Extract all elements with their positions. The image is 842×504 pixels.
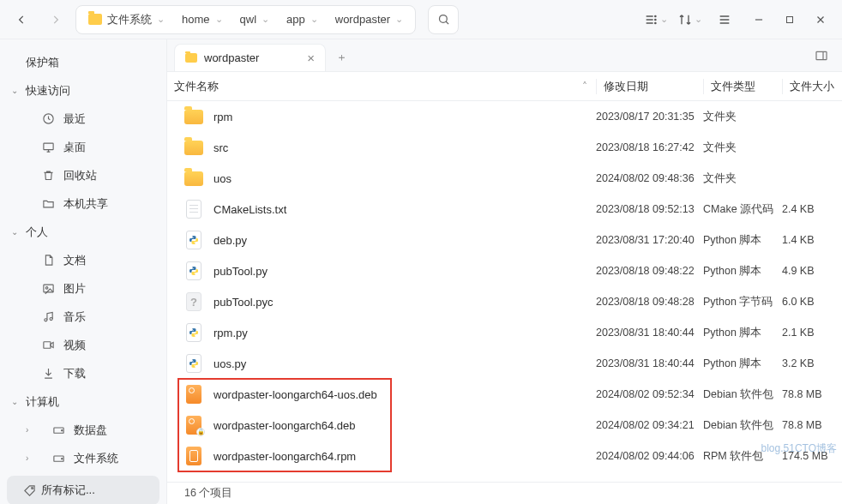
column-header-type[interactable]: 文件类型: [703, 79, 782, 94]
new-tab-button[interactable]: ＋: [329, 45, 353, 69]
sidebar-item-trash[interactable]: 回收站: [0, 161, 166, 189]
table-row[interactable]: rpm2023/08/17 20:31:35文件夹: [167, 101, 842, 132]
svg-point-23: [195, 335, 195, 336]
file-type: Python 字节码: [703, 295, 782, 309]
music-icon: [41, 310, 55, 323]
sidebar-item-desktop[interactable]: 桌面: [0, 133, 166, 161]
desktop-icon: [41, 141, 55, 153]
table-row[interactable]: deb.py2023/08/31 17:20:40Python 脚本1.4 KB: [167, 225, 842, 255]
sidebar-item-personal[interactable]: ⌄ 个人: [0, 218, 166, 246]
sidebar-item-alltags[interactable]: 所有标记...: [7, 476, 159, 504]
sidebar-item-share[interactable]: 本机共享: [0, 189, 166, 218]
window-maximize-button[interactable]: [775, 5, 804, 34]
svg-point-13: [61, 430, 62, 431]
sidebar-item-label: 视频: [63, 338, 86, 353]
breadcrumb-item[interactable]: qwl ⌄: [232, 7, 279, 33]
folder-icon: [184, 141, 203, 155]
table-row[interactable]: uos2024/08/02 09:48:36文件夹: [167, 163, 842, 194]
python-icon: [186, 354, 201, 373]
file-size: 78.8 MB: [782, 388, 842, 400]
file-name: uos.py: [214, 357, 246, 370]
disk-icon: [51, 423, 65, 436]
main: wordpaster × ＋ 文件名称 ˄ 修改日期 文件类型 文件大小: [167, 39, 842, 504]
svg-point-22: [192, 329, 193, 330]
chevron-down-icon: ⌄: [215, 14, 223, 25]
sidebar-item-videos[interactable]: 视频: [0, 331, 166, 359]
menu-button[interactable]: [710, 5, 739, 34]
sidebar-item-pictures[interactable]: 图片: [0, 274, 166, 303]
table-row[interactable]: pubTool.py2023/08/18 09:48:22Python 脚本4.…: [167, 255, 842, 286]
column-headers: 文件名称 ˄ 修改日期 文件类型 文件大小: [167, 72, 842, 101]
column-header-size[interactable]: 文件大小: [782, 79, 842, 94]
table-row[interactable]: wordpaster-loongarch64.rpm2024/08/02 09:…: [167, 441, 842, 471]
table-row[interactable]: rpm.py2023/08/31 18:40:44Python 脚本2.1 KB: [167, 317, 842, 348]
svg-point-16: [31, 487, 33, 489]
sidebar-item-label: 文档: [63, 253, 86, 268]
view-mode-button[interactable]: ⌄: [641, 5, 671, 34]
close-icon[interactable]: ×: [307, 51, 315, 64]
python-icon: [186, 231, 201, 249]
tab-wordpaster[interactable]: wordpaster ×: [174, 44, 326, 71]
sidebar-item-label: 音乐: [63, 309, 86, 325]
file-type: Python 脚本: [703, 233, 782, 248]
folder-icon: [184, 171, 203, 186]
window-close-button[interactable]: [806, 5, 835, 34]
svg-point-19: [195, 243, 195, 243]
breadcrumb-label: wordpaster: [335, 13, 390, 26]
table-row[interactable]: ?pubTool.pyc2023/08/18 09:48:28Python 字节…: [167, 286, 842, 317]
clock-icon: [41, 112, 55, 125]
table-row[interactable]: src2023/08/18 16:27:42文件夹: [167, 132, 842, 163]
python-icon: [186, 261, 201, 280]
svg-point-24: [192, 360, 193, 361]
image-icon: [41, 282, 55, 295]
chevron-down-icon: ⌄: [262, 14, 269, 25]
window-minimize-button[interactable]: [744, 5, 773, 34]
sidebar-item-documents[interactable]: 文档: [0, 246, 166, 274]
breadcrumb-item[interactable]: wordpaster ⌄: [327, 7, 412, 33]
file-name: deb.py: [214, 234, 247, 247]
sidebar-item-label: 图片: [63, 281, 86, 297]
table-row[interactable]: wordpaster-loongarch64-uos.deb2024/08/02…: [167, 379, 842, 410]
sidebar-item-filesystem[interactable]: › 文件系统: [0, 444, 166, 472]
file-name: wordpaster-loongarch64.deb: [214, 419, 356, 432]
breadcrumb-item[interactable]: app ⌄: [278, 7, 327, 33]
chevron-down-icon: ⌄: [11, 227, 18, 237]
sort-button[interactable]: ⌄: [676, 5, 705, 34]
sidebar-item-safebox[interactable]: 保护箱: [0, 48, 166, 76]
table-row[interactable]: 🔒wordpaster-loongarch64.deb2024/08/02 09…: [167, 410, 842, 441]
sidebar: 保护箱 ⌄ 快速访问 最近 桌面 回收站 本机共享: [0, 39, 167, 504]
breadcrumb-item[interactable]: home ⌄: [173, 7, 232, 33]
file-date: 2023/08/31 17:20:40: [596, 234, 703, 246]
sidebar-item-label: 个人: [26, 225, 48, 240]
sidebar-item-quickaccess[interactable]: ⌄ 快速访问: [0, 76, 166, 105]
side-panel-button[interactable]: [808, 42, 835, 69]
nav-forward-button[interactable]: [41, 5, 70, 34]
status-bar: 16 个项目: [167, 482, 842, 504]
sidebar-item-computer[interactable]: ⌄ 计算机: [0, 387, 166, 416]
file-date: 2024/08/02 09:34:21: [596, 419, 703, 431]
chevron-right-icon: ›: [26, 425, 28, 435]
file-type: CMake 源代码: [703, 202, 782, 217]
svg-point-1: [655, 15, 656, 16]
file-date: 2023/08/18 16:27:42: [596, 141, 703, 153]
file-list: rpm2023/08/17 20:31:35文件夹src2023/08/18 1…: [167, 101, 842, 482]
sidebar-item-datadisk[interactable]: › 数据盘: [0, 416, 166, 444]
search-button[interactable]: [428, 5, 459, 34]
sidebar-item-music[interactable]: 音乐: [0, 303, 166, 331]
file-name: rpm: [214, 111, 232, 123]
column-header-name[interactable]: 文件名称 ˄: [174, 79, 596, 94]
breadcrumb-root[interactable]: 文件系统 ⌄: [80, 7, 173, 33]
file-type: Python 脚本: [703, 326, 782, 340]
column-header-date[interactable]: 修改日期: [596, 79, 703, 94]
chevron-down-icon: ⌄: [11, 86, 18, 95]
table-row[interactable]: CMakeLists.txt2023/08/18 09:52:13CMake 源…: [167, 194, 842, 225]
chevron-down-icon: ⌄: [310, 14, 318, 25]
sidebar-item-label: 所有标记...: [41, 483, 95, 498]
file-name: pubTool.pyc: [214, 296, 273, 309]
file-size: 2.4 KB: [782, 203, 842, 215]
table-row[interactable]: uos.py2023/08/31 18:40:44Python 脚本3.2 KB: [167, 348, 842, 379]
file-type: Debian 软件包: [703, 387, 782, 402]
sidebar-item-recent[interactable]: 最近: [0, 105, 166, 133]
nav-back-button[interactable]: [7, 5, 36, 34]
sidebar-item-downloads[interactable]: 下载: [0, 359, 166, 387]
